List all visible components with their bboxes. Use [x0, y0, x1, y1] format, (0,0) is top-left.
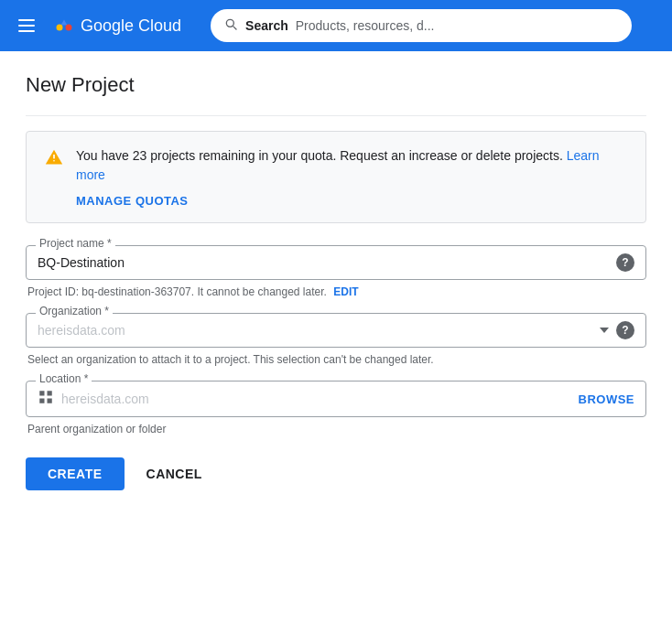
location-section: Location * hereisdata.com BROWSE Parent …: [26, 381, 646, 435]
search-icon: [223, 16, 238, 35]
project-id-hint: Project ID: bq-destination-363707. It ca…: [26, 285, 646, 298]
location-field[interactable]: Location * hereisdata.com BROWSE: [26, 381, 646, 417]
divider: [26, 115, 646, 116]
organization-help-icon[interactable]: ?: [616, 321, 634, 339]
svg-rect-4: [48, 391, 52, 395]
search-bar[interactable]: Search Products, resources, d...: [211, 9, 632, 42]
menu-button[interactable]: [15, 16, 38, 36]
grid-icon: [38, 389, 54, 409]
header: Google Cloud Search Products, resources,…: [0, 0, 672, 51]
action-buttons: CREATE CANCEL: [26, 457, 646, 490]
svg-rect-5: [39, 399, 44, 403]
browse-button[interactable]: BROWSE: [579, 392, 635, 406]
project-name-field[interactable]: Project name * ?: [26, 245, 646, 280]
edit-project-id-link[interactable]: EDIT: [333, 285, 358, 298]
organization-value: hereisdata.com: [38, 323, 600, 338]
project-name-section: Project name * ? Project ID: bq-destinat…: [26, 245, 646, 298]
location-label: Location *: [36, 372, 92, 385]
search-label: Search: [245, 18, 288, 33]
organization-section: Organization * hereisdata.com ? Select a…: [26, 313, 646, 366]
svg-point-1: [57, 25, 63, 31]
svg-rect-6: [48, 399, 52, 403]
manage-quotas-link[interactable]: MANAGE QUOTAS: [76, 194, 627, 208]
cancel-button[interactable]: CANCEL: [132, 457, 217, 490]
search-placeholder: Products, resources, d...: [296, 18, 435, 33]
svg-point-0: [66, 25, 72, 31]
quota-banner: You have 23 projects remaining in your q…: [26, 131, 646, 223]
svg-rect-3: [39, 391, 44, 395]
location-hint: Parent organization or folder: [26, 423, 646, 435]
organization-label: Organization *: [36, 305, 113, 317]
location-value: hereisdata.com: [61, 392, 571, 406]
logo-text: Google Cloud: [81, 16, 181, 36]
page-title: New Project: [26, 73, 646, 97]
project-name-label: Project name *: [36, 237, 115, 250]
google-cloud-logo-icon: [53, 15, 75, 37]
quota-text: You have 23 projects remaining in your q…: [76, 146, 627, 185]
organization-hint: Select an organization to attach it to a…: [26, 353, 646, 366]
svg-point-2: [53, 160, 55, 162]
create-button[interactable]: CREATE: [26, 457, 125, 490]
warning-icon: [45, 148, 63, 167]
dropdown-arrow-icon: [600, 328, 609, 333]
organization-field[interactable]: Organization * hereisdata.com ?: [26, 313, 646, 348]
main-content: New Project You have 23 projects remaini…: [0, 51, 672, 509]
logo: Google Cloud: [53, 15, 181, 37]
project-name-input[interactable]: [38, 255, 609, 270]
project-name-help-icon[interactable]: ?: [616, 253, 634, 272]
